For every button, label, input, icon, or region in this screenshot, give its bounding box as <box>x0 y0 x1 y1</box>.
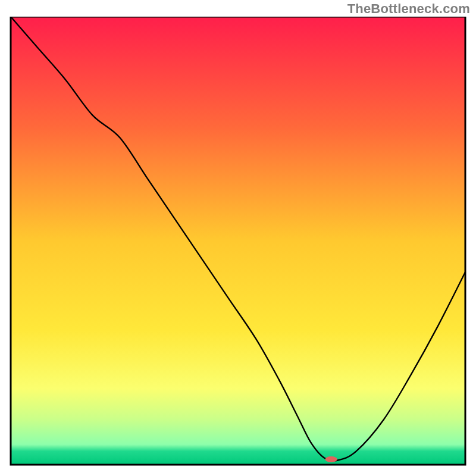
chart-frame: TheBottleneck.com <box>0 0 476 476</box>
watermark-label: TheBottleneck.com <box>347 1 470 17</box>
chart-svg <box>9 17 467 469</box>
chart-plot-area <box>9 17 467 469</box>
optimal-point-marker <box>325 456 337 462</box>
